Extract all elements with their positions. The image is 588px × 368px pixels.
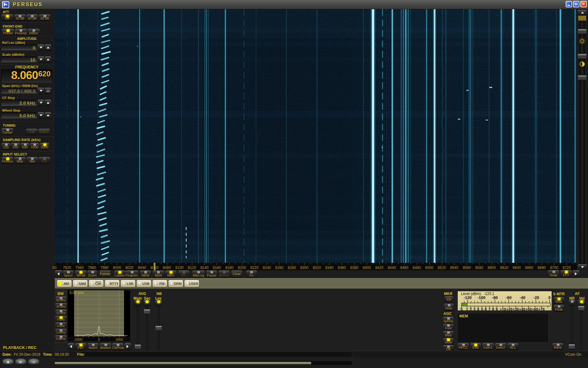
svg-text:-40: -40 bbox=[520, 295, 526, 300]
svg-text:3: 3 bbox=[473, 307, 476, 312]
svg-text:6: 6 bbox=[485, 307, 487, 312]
svg-text:+60: +60 bbox=[532, 307, 538, 312]
svg-text:S: S bbox=[460, 307, 463, 312]
svg-text:-100: -100 bbox=[477, 295, 485, 300]
svg-text:+20: +20 bbox=[506, 307, 513, 312]
svg-text:-120: -120 bbox=[464, 295, 472, 300]
svg-text:+10: +10 bbox=[500, 307, 506, 312]
svg-text:-60: -60 bbox=[506, 295, 512, 300]
svg-text:0: 0 bbox=[548, 295, 550, 300]
svg-text:-80: -80 bbox=[492, 295, 498, 300]
svg-text:4: 4 bbox=[477, 307, 479, 312]
svg-text:8: 8 bbox=[492, 307, 494, 312]
svg-text:0: 0 bbox=[98, 338, 100, 341]
svg-text:2: 2 bbox=[470, 307, 472, 312]
svg-text:2000: 2000 bbox=[116, 338, 123, 341]
svg-text:-20: -20 bbox=[533, 295, 539, 300]
svg-text:5: 5 bbox=[481, 307, 483, 312]
svg-text:-2000: -2000 bbox=[74, 338, 82, 341]
svg-text:5.00 kHz: 5.00 kHz bbox=[70, 291, 84, 295]
svg-text:+40: +40 bbox=[519, 307, 526, 312]
svg-text:1: 1 bbox=[466, 307, 468, 312]
svg-text:+50: +50 bbox=[526, 307, 532, 312]
svg-text:7: 7 bbox=[488, 307, 491, 312]
svg-text:9: 9 bbox=[496, 307, 498, 312]
svg-text:+30: +30 bbox=[513, 307, 519, 312]
svg-text:+70: +70 bbox=[538, 307, 545, 312]
